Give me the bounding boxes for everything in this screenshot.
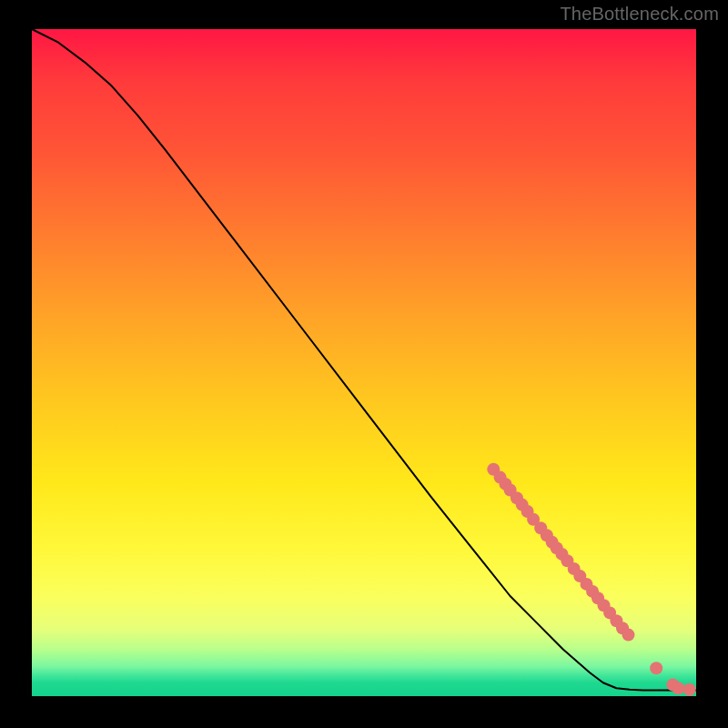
chart-frame: TheBottleneck.com bbox=[0, 0, 728, 728]
chart-svg bbox=[32, 29, 696, 696]
highlight-dots-group bbox=[487, 463, 695, 696]
highlight-dot bbox=[683, 683, 696, 696]
highlight-dot bbox=[650, 662, 662, 674]
highlight-dot bbox=[622, 629, 635, 642]
highlight-dot bbox=[672, 682, 684, 694]
plot-area bbox=[32, 29, 696, 696]
attribution-label: TheBottleneck.com bbox=[560, 4, 719, 25]
